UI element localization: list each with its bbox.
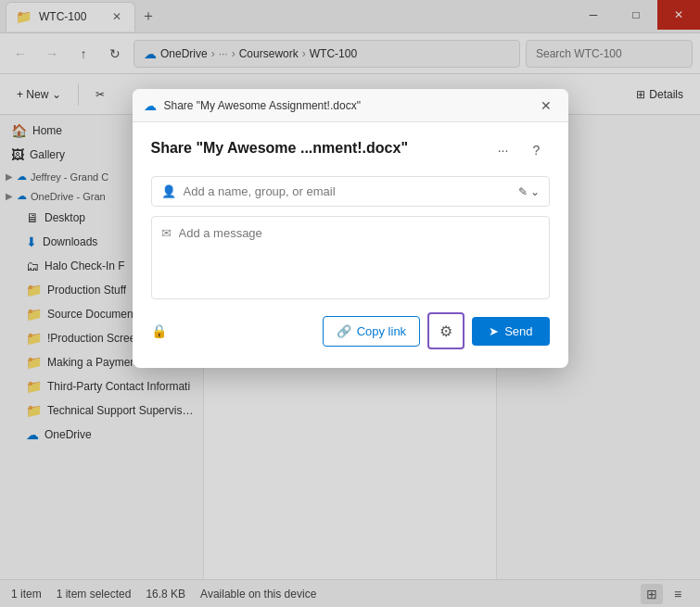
share-dialog: ☁ Share "My Awesome Assignment!.docx" ✕ … bbox=[133, 89, 568, 368]
share-more-button[interactable]: ··· bbox=[490, 137, 516, 163]
send-label: Send bbox=[504, 324, 532, 338]
modal-overlay: ☁ Share "My Awesome Assignment!.docx" ✕ … bbox=[0, 0, 700, 607]
share-message-input[interactable] bbox=[179, 226, 540, 254]
share-people-input[interactable] bbox=[184, 184, 511, 198]
share-edit-dropdown[interactable]: ✎ ⌄ bbox=[518, 185, 540, 198]
share-dialog-titlebar: ☁ Share "My Awesome Assignment!.docx" ✕ bbox=[133, 89, 568, 122]
share-message-field[interactable]: ✉ bbox=[151, 216, 550, 299]
edit-chevron: ⌄ bbox=[530, 185, 540, 198]
share-dialog-titlebar-text: Share "My Awesome Assignment!.docx" bbox=[164, 99, 528, 112]
share-people-field[interactable]: 👤 ✎ ⌄ bbox=[151, 176, 550, 207]
share-heading-icons: ··· ? bbox=[490, 137, 550, 163]
share-heading-row: Share "My Awesome ...nment!.docx" ··· ? bbox=[151, 137, 550, 163]
share-heading: Share "My Awesome ...nment!.docx" bbox=[151, 140, 408, 157]
gear-icon: ⚙ bbox=[439, 322, 452, 340]
share-footer: 🔒 🔗 Copy link ⚙ ➤ Send bbox=[151, 312, 550, 349]
share-help-button[interactable]: ? bbox=[524, 137, 550, 163]
send-icon: ➤ bbox=[489, 324, 499, 338]
share-lock-icon: 🔒 bbox=[151, 323, 167, 338]
copy-link-button[interactable]: 🔗 Copy link bbox=[323, 316, 420, 347]
share-dialog-body: Share "My Awesome ...nment!.docx" ··· ? … bbox=[133, 122, 568, 368]
person-field-icon: 👤 bbox=[161, 184, 176, 198]
share-send-button[interactable]: ➤ Send bbox=[472, 317, 549, 346]
edit-icon: ✎ bbox=[518, 185, 528, 198]
copy-link-label: Copy link bbox=[357, 324, 406, 338]
share-dialog-cloud-icon: ☁ bbox=[144, 98, 157, 113]
copy-link-icon: 🔗 bbox=[337, 324, 351, 338]
message-field-icon: ✉ bbox=[161, 226, 172, 240]
share-dialog-close-button[interactable]: ✕ bbox=[535, 95, 557, 117]
share-settings-button[interactable]: ⚙ bbox=[427, 312, 465, 349]
